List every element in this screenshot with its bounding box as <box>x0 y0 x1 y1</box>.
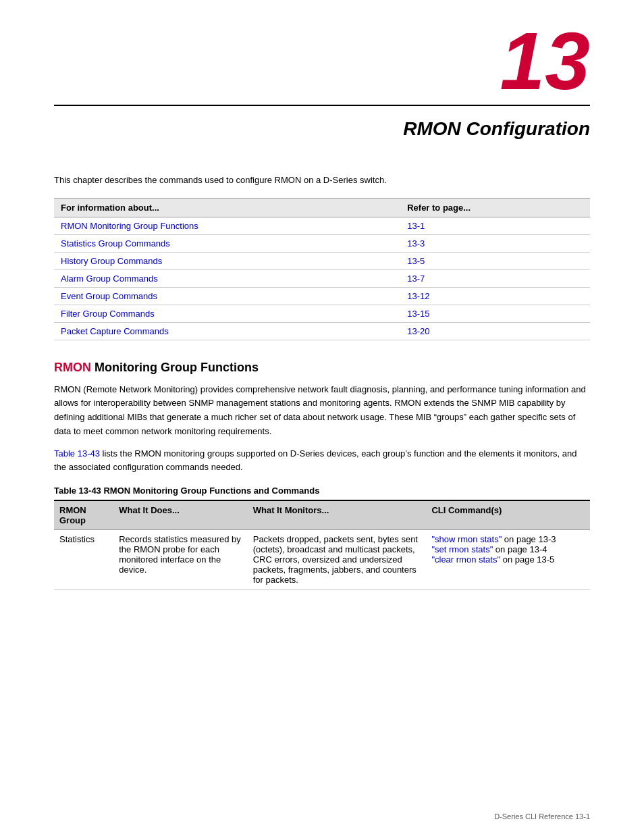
td-monitors: Packets dropped, packets sent, bytes sen… <box>248 530 427 590</box>
toc-page[interactable]: 13-15 <box>380 305 590 322</box>
toc-col2-header: Refer to page... <box>380 198 590 217</box>
section1-heading-red: RMON <box>54 361 91 374</box>
data-table: RMONGroup What It Does... What It Monito… <box>54 500 590 590</box>
toc-label[interactable]: History Group Commands <box>54 252 380 269</box>
page-container: 13 RMON Configuration This chapter descr… <box>0 0 644 630</box>
section1-paragraph2-rest: lists the RMON monitoring groups support… <box>54 448 576 473</box>
toc-page[interactable]: 13-20 <box>380 322 590 340</box>
th-does: What It Does... <box>113 500 248 530</box>
data-table-caption: Table 13-43 RMON Monitoring Group Functi… <box>54 486 590 496</box>
toc-label[interactable]: Alarm Group Commands <box>54 269 380 287</box>
cli-text: on page 13-3 <box>502 534 556 544</box>
section1-paragraph1: RMON (Remote Network Monitoring) provide… <box>54 383 590 439</box>
toc-row: Alarm Group Commands 13-7 <box>54 269 590 287</box>
toc-label[interactable]: Event Group Commands <box>54 287 380 305</box>
th-monitors: What It Monitors... <box>248 500 427 530</box>
chapter-title: RMON Configuration <box>403 118 590 139</box>
section1-heading-black: Monitoring Group Functions <box>91 361 259 374</box>
toc-page[interactable]: 13-3 <box>380 234 590 252</box>
cli-text: on page 13-4 <box>493 544 547 554</box>
toc-label[interactable]: RMON Monitoring Group Functions <box>54 217 380 234</box>
th-group: RMONGroup <box>54 500 113 530</box>
cli-text: on page 13-5 <box>500 554 554 565</box>
td-does: Records statistics measured by the RMON … <box>113 530 248 590</box>
chapter-title-area: RMON Configuration <box>54 113 590 160</box>
toc-label[interactable]: Filter Group Commands <box>54 305 380 322</box>
th-cli: CLI Command(s) <box>426 500 590 530</box>
table-row: Statistics Records statistics measured b… <box>54 530 590 590</box>
cli-link[interactable]: "set rmon stats" <box>431 544 493 554</box>
chapter-number: 13 <box>54 20 590 105</box>
cli-item: "clear rmon stats" on page 13-5 <box>431 554 585 565</box>
toc-page[interactable]: 13-7 <box>380 269 590 287</box>
toc-table: For information about... Refer to page..… <box>54 198 590 340</box>
toc-row: History Group Commands 13-5 <box>54 252 590 269</box>
footer: D-Series CLI Reference 13-1 <box>494 812 590 820</box>
cli-item: "show rmon stats" on page 13-3 <box>431 534 585 544</box>
toc-row: RMON Monitoring Group Functions 13-1 <box>54 217 590 234</box>
cli-link[interactable]: "clear rmon stats" <box>431 554 500 565</box>
table-link[interactable]: Table 13-43 <box>54 448 100 459</box>
toc-page[interactable]: 13-1 <box>380 217 590 234</box>
section1-paragraph2: Table 13-43 lists the RMON monitoring gr… <box>54 447 590 475</box>
toc-row: Packet Capture Commands 13-20 <box>54 322 590 340</box>
intro-text: This chapter describes the commands used… <box>54 174 590 187</box>
section1-heading: RMON Monitoring Group Functions <box>54 361 590 375</box>
cli-item: "set rmon stats" on page 13-4 <box>431 544 585 554</box>
td-group: Statistics <box>54 530 113 590</box>
footer-text: D-Series CLI Reference 13-1 <box>494 812 590 820</box>
toc-col1-header: For information about... <box>54 198 380 217</box>
toc-label[interactable]: Statistics Group Commands <box>54 234 380 252</box>
toc-row: Event Group Commands 13-12 <box>54 287 590 305</box>
chapter-header: 13 <box>54 0 590 106</box>
cli-link[interactable]: "show rmon stats" <box>431 534 502 544</box>
td-cli: "show rmon stats" on page 13-3"set rmon … <box>426 530 590 590</box>
toc-row: Filter Group Commands 13-15 <box>54 305 590 322</box>
toc-row: Statistics Group Commands 13-3 <box>54 234 590 252</box>
toc-label[interactable]: Packet Capture Commands <box>54 322 380 340</box>
toc-page[interactable]: 13-5 <box>380 252 590 269</box>
toc-page[interactable]: 13-12 <box>380 287 590 305</box>
